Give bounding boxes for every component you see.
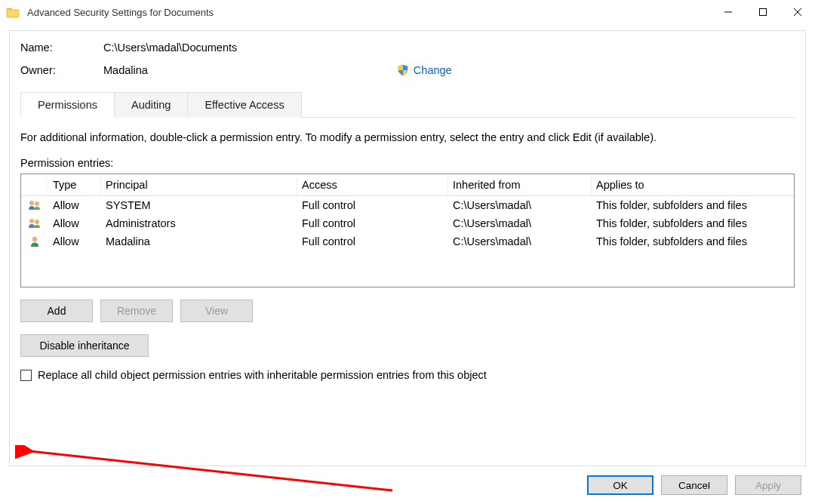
folder-icon: [6, 6, 20, 18]
col-type[interactable]: Type: [48, 174, 101, 195]
col-applies[interactable]: Applies to: [592, 174, 794, 195]
cell-type: Allow: [48, 232, 101, 250]
apply-button[interactable]: Apply: [735, 475, 801, 495]
user-icon: [28, 236, 42, 247]
group-icon: [28, 200, 42, 211]
svg-point-4: [29, 201, 34, 205]
cell-principal: Madalina: [101, 232, 297, 250]
add-button[interactable]: Add: [20, 300, 93, 322]
table-row[interactable]: Allow Administrators Full control C:\Use…: [21, 214, 794, 232]
cell-applies: This folder, subfolders and files: [592, 196, 794, 214]
change-owner-link[interactable]: Change: [414, 64, 452, 76]
cell-inherited: C:\Users\madal\: [448, 232, 592, 250]
svg-point-5: [35, 201, 39, 206]
owner-value: Madalina: [103, 64, 148, 76]
close-button[interactable]: [780, 0, 815, 24]
cell-applies: This folder, subfolders and files: [592, 214, 794, 232]
cell-principal: Administrators: [101, 214, 297, 232]
dialog-footer: OK Cancel Apply: [0, 466, 815, 504]
col-principal[interactable]: Principal: [101, 174, 297, 195]
table-row[interactable]: Allow Madalina Full control C:\Users\mad…: [21, 232, 794, 250]
cell-principal: SYSTEM: [101, 196, 297, 214]
tab-auditing[interactable]: Auditing: [115, 92, 188, 118]
table-header: Type Principal Access Inherited from App…: [21, 174, 794, 196]
col-access[interactable]: Access: [297, 174, 448, 195]
cancel-button[interactable]: Cancel: [661, 475, 727, 495]
permissions-table: Type Principal Access Inherited from App…: [20, 174, 795, 287]
table-row[interactable]: Allow SYSTEM Full control C:\Users\madal…: [21, 196, 794, 214]
content-panel: Name: C:\Users\madal\Documents Owner: Ma…: [9, 30, 806, 466]
cell-inherited: C:\Users\madal\: [448, 214, 592, 232]
tab-effective-access[interactable]: Effective Access: [188, 92, 301, 118]
cell-type: Allow: [48, 214, 101, 232]
shield-icon: [397, 64, 409, 76]
replace-child-label: Replace all child object permission entr…: [38, 369, 487, 381]
cell-type: Allow: [48, 196, 101, 214]
instructions-text: For additional information, double-click…: [20, 131, 795, 143]
svg-rect-1: [760, 9, 767, 16]
tab-permissions[interactable]: Permissions: [20, 92, 115, 118]
name-value: C:\Users\madal\Documents: [103, 41, 795, 54]
col-inherited[interactable]: Inherited from: [448, 174, 592, 195]
name-label: Name:: [20, 41, 103, 54]
group-icon: [28, 218, 42, 229]
cell-inherited: C:\Users\madal\: [448, 196, 592, 214]
titlebar: Advanced Security Settings for Documents: [0, 0, 815, 24]
cell-access: Full control: [297, 232, 448, 250]
maximize-button[interactable]: [746, 0, 780, 24]
svg-point-6: [29, 219, 34, 223]
tabs: Permissions Auditing Effective Access: [20, 91, 795, 118]
minimize-button[interactable]: [711, 0, 746, 24]
owner-label: Owner:: [20, 64, 103, 76]
svg-point-8: [32, 237, 37, 241]
entries-label: Permission entries:: [20, 157, 795, 169]
cell-access: Full control: [297, 196, 448, 214]
window-title: Advanced Security Settings for Documents: [27, 7, 711, 18]
replace-child-checkbox[interactable]: [20, 370, 32, 381]
cell-applies: This folder, subfolders and files: [592, 232, 794, 250]
svg-point-7: [35, 220, 39, 224]
disable-inheritance-button[interactable]: Disable inheritance: [20, 334, 149, 357]
view-button[interactable]: View: [180, 300, 253, 322]
remove-button[interactable]: Remove: [100, 300, 173, 322]
cell-access: Full control: [297, 214, 448, 232]
advanced-security-window: Advanced Security Settings for Documents…: [0, 0, 815, 504]
ok-button[interactable]: OK: [587, 475, 654, 495]
